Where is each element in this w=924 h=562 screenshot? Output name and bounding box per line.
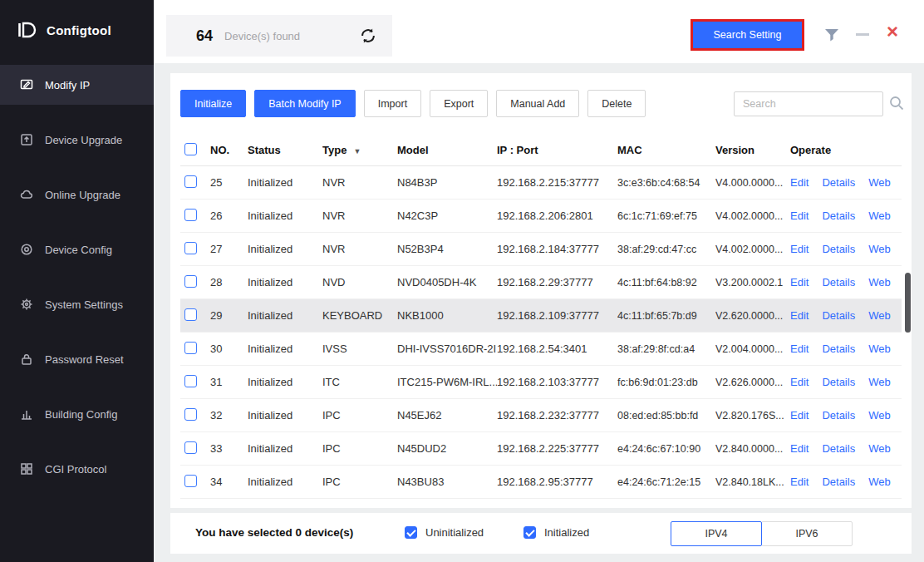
ipv4-button[interactable]: IPV4 xyxy=(671,521,762,546)
edit-link[interactable]: Edit xyxy=(790,309,808,322)
cell-ip-port: 192.168.2.54:3401 xyxy=(497,343,617,355)
table-header: NO. Status Type▼ Model IP : Port MAC Ver… xyxy=(180,135,902,166)
cell-status: Initialized xyxy=(248,210,322,222)
web-link[interactable]: Web xyxy=(868,210,891,222)
row-checkbox[interactable] xyxy=(184,408,197,421)
table-row[interactable]: 29 Initialized KEYBOARD NKB1000 192.168.… xyxy=(180,299,902,333)
minimize-button[interactable] xyxy=(856,33,869,36)
details-link[interactable]: Details xyxy=(822,442,855,455)
modify-ip-icon xyxy=(20,78,33,91)
row-checkbox[interactable] xyxy=(184,441,197,454)
edit-link[interactable]: Edit xyxy=(790,210,808,222)
edit-link[interactable]: Edit xyxy=(790,442,808,455)
web-link[interactable]: Web xyxy=(868,176,891,189)
details-link[interactable]: Details xyxy=(822,176,855,189)
cell-status: Initialized xyxy=(248,476,322,488)
details-link[interactable]: Details xyxy=(822,210,855,222)
edit-link[interactable]: Edit xyxy=(790,476,808,488)
cell-no: 26 xyxy=(210,210,248,222)
ipv6-button[interactable]: IPV6 xyxy=(761,521,853,546)
details-link[interactable]: Details xyxy=(822,276,855,288)
details-link[interactable]: Details xyxy=(822,409,855,422)
web-link[interactable]: Web xyxy=(868,243,891,255)
sidebar-item-cgi-protocol[interactable]: CGI Protocol xyxy=(0,449,154,489)
refresh-button[interactable] xyxy=(359,27,377,45)
table-row[interactable]: 31 Initialized ITC ITC215-PW6M-IRL... 19… xyxy=(180,366,902,399)
table-row[interactable]: 33 Initialized IPC N45DUD2 192.168.2.225… xyxy=(180,432,902,466)
search-input[interactable] xyxy=(734,91,883,116)
row-checkbox[interactable] xyxy=(184,209,197,221)
web-link[interactable]: Web xyxy=(868,442,891,455)
row-checkbox[interactable] xyxy=(184,175,197,188)
details-link[interactable]: Details xyxy=(822,343,855,355)
row-checkbox[interactable] xyxy=(184,242,197,254)
edit-link[interactable]: Edit xyxy=(790,409,808,422)
row-checkbox[interactable] xyxy=(184,475,197,487)
batch-modify-ip-button[interactable]: Batch Modify IP xyxy=(254,90,356,117)
cell-model: N42C3P xyxy=(397,210,497,222)
details-link[interactable]: Details xyxy=(822,309,855,322)
table-row[interactable]: 27 Initialized NVR N52B3P4 192.168.2.184… xyxy=(180,233,902,266)
col-type: Type▼ xyxy=(322,144,397,156)
sidebar-item-online-upgrade[interactable]: Online Upgrade xyxy=(0,175,154,214)
web-link[interactable]: Web xyxy=(868,309,891,322)
initialize-button[interactable]: Initialize xyxy=(180,90,246,117)
manual-add-button[interactable]: Manual Add xyxy=(496,90,579,117)
row-checkbox[interactable] xyxy=(184,342,197,354)
vertical-scrollbar[interactable] xyxy=(905,273,911,333)
sidebar-item-device-upgrade[interactable]: Device Upgrade xyxy=(0,120,154,160)
details-link[interactable]: Details xyxy=(822,476,855,488)
details-link[interactable]: Details xyxy=(822,243,855,255)
cell-status: Initialized xyxy=(248,243,322,255)
type-filter-caret-icon[interactable]: ▼ xyxy=(353,147,361,155)
sidebar-item-building-config[interactable]: Building Config xyxy=(0,394,154,434)
web-link[interactable]: Web xyxy=(868,343,891,355)
cell-operate: Edit Details Web xyxy=(790,276,902,288)
table-row[interactable]: 26 Initialized NVR N42C3P 192.168.2.206:… xyxy=(180,200,902,233)
cell-type: ITC xyxy=(322,376,397,388)
delete-button[interactable]: Delete xyxy=(587,90,646,117)
row-checkbox[interactable] xyxy=(184,375,197,387)
uninitialized-label: Uninitialized xyxy=(425,526,484,539)
web-link[interactable]: Web xyxy=(868,476,891,488)
web-link[interactable]: Web xyxy=(868,276,891,288)
export-button[interactable]: Export xyxy=(430,90,488,117)
sidebar-item-password-reset[interactable]: Password Reset xyxy=(0,339,154,379)
row-checkbox[interactable] xyxy=(184,275,197,288)
search-button[interactable] xyxy=(888,95,905,115)
cell-ip-port: 192.168.2.206:2801 xyxy=(497,210,617,222)
sidebar-item-device-config[interactable]: Device Config xyxy=(0,229,154,269)
sidebar-item-label: Modify IP xyxy=(45,79,90,91)
cell-version: V3.200.0002.1 xyxy=(715,277,790,288)
cell-status: Initialized xyxy=(248,309,322,322)
edit-link[interactable]: Edit xyxy=(790,176,808,189)
row-checkbox[interactable] xyxy=(184,308,197,321)
select-all-checkbox[interactable] xyxy=(184,143,197,155)
cell-model: ITC215-PW6M-IRL... xyxy=(397,376,497,388)
sidebar-item-system-settings[interactable]: System Settings xyxy=(0,284,154,324)
uninitialized-checkbox[interactable] xyxy=(405,526,417,539)
details-link[interactable]: Details xyxy=(822,376,855,388)
table-row[interactable]: 32 Initialized IPC N45EJ62 192.168.2.232… xyxy=(180,399,902,432)
web-link[interactable]: Web xyxy=(868,409,891,422)
edit-link[interactable]: Edit xyxy=(790,243,808,255)
import-button[interactable]: Import xyxy=(364,90,421,117)
initialized-label: Initialized xyxy=(544,526,589,539)
table-row[interactable]: 25 Initialized NVR N84B3P 192.168.2.215:… xyxy=(180,166,902,200)
col-status: Status xyxy=(248,144,322,156)
device-list-panel: Initialize Batch Modify IP Import Export… xyxy=(170,73,912,508)
cell-mac: 08:ed:ed:85:bb:fd xyxy=(617,410,715,422)
table-row[interactable]: 28 Initialized NVD NVD0405DH-4K 192.168.… xyxy=(180,266,902,299)
filter-button[interactable] xyxy=(823,27,840,46)
sidebar-item-modify-ip[interactable]: Modify IP xyxy=(0,65,154,105)
web-link[interactable]: Web xyxy=(868,376,891,388)
table-row[interactable]: 34 Initialized IPC N43BU83 192.168.2.95:… xyxy=(180,466,902,499)
initialized-checkbox[interactable] xyxy=(523,526,536,539)
edit-link[interactable]: Edit xyxy=(790,376,808,388)
search-setting-button[interactable]: Search Setting xyxy=(693,22,802,48)
close-button[interactable]: × xyxy=(887,22,898,42)
table-row[interactable]: 30 Initialized IVSS DHI-IVSS7016DR-2I 19… xyxy=(180,333,902,366)
edit-link[interactable]: Edit xyxy=(790,343,808,355)
edit-link[interactable]: Edit xyxy=(790,276,808,288)
cell-type: IPC xyxy=(322,442,397,455)
